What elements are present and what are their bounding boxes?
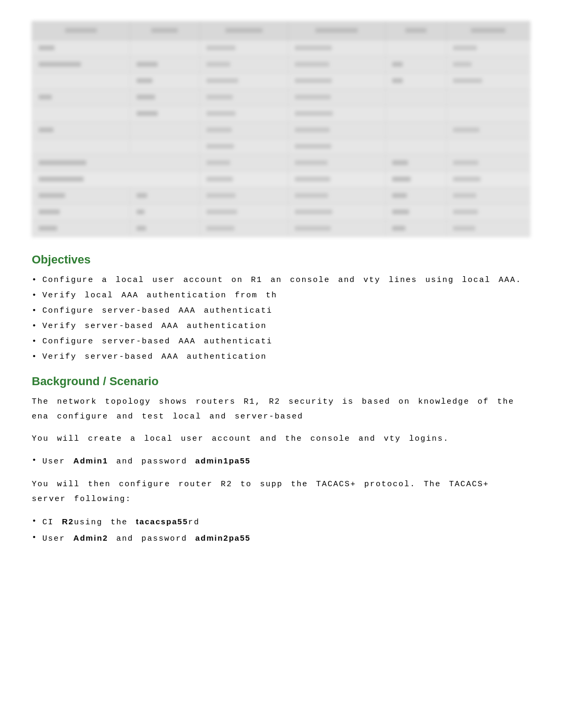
objective-item-1: Configure a local user account on R1 an …	[32, 273, 530, 287]
objective-item-6: Verify server-based AAA authentication	[32, 350, 530, 364]
objectives-header: Objectives	[32, 253, 530, 267]
background-bullets-2: CI R2using the tacacspa55rd User Admin2 …	[32, 514, 530, 546]
objectives-list: Configure a local user account on R1 an …	[32, 273, 530, 364]
background-bullet-user1: User Admin1 and password admin1pa55	[32, 453, 530, 469]
objective-item-4: Verify server-based AAA authentication	[32, 319, 530, 333]
blurred-data-table	[32, 21, 530, 237]
objective-item-2: Verify local AAA authentication from th	[32, 288, 530, 303]
background-bullets-1: User Admin1 and password admin1pa55	[32, 453, 530, 469]
background-para2: You will create a local user account and…	[32, 432, 530, 447]
background-bullet-r2: CI R2using the tacacspa55rd	[32, 514, 530, 530]
background-para3: You will then configure router R2 to sup…	[32, 477, 530, 507]
background-header: Background / Scenario	[32, 375, 530, 388]
objective-item-5: Configure server-based AAA authenticati	[32, 334, 530, 349]
background-para1: The network topology shows routers R1, R…	[32, 395, 530, 424]
background-bullet-user2: User Admin2 and password admin2pa55	[32, 531, 530, 546]
objective-item-3: Configure server-based AAA authenticati	[32, 304, 530, 318]
